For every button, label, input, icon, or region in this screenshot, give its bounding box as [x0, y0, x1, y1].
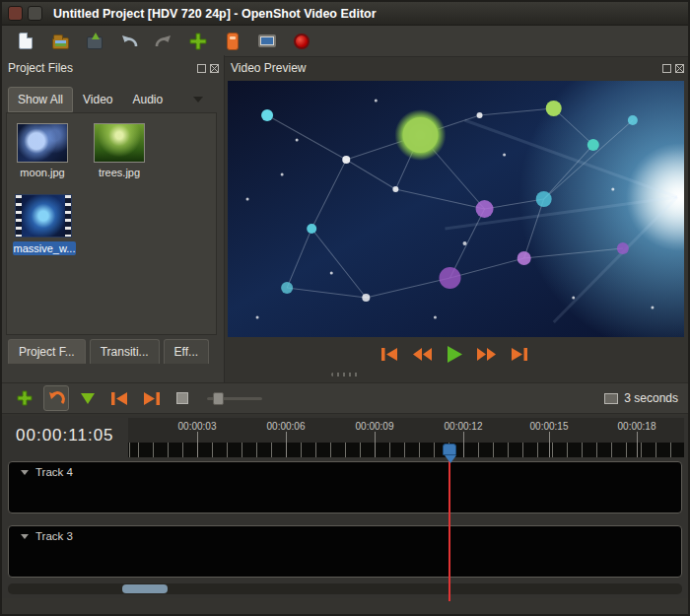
current-time-display: 00:00:11:05 [16, 426, 114, 445]
ruler-tick-label: 00:00:18 [618, 421, 656, 432]
redo-icon [154, 33, 173, 50]
rewind-button[interactable] [412, 347, 433, 362]
track-row[interactable]: Track 3 [8, 525, 682, 578]
jump-to-start-icon [380, 347, 399, 362]
major-tick [375, 432, 376, 457]
previous-marker-icon [110, 391, 129, 406]
copy-button[interactable] [170, 385, 195, 411]
ruler-tick-label: 00:00:03 [178, 421, 217, 432]
ruler-tick-label: 00:00:06 [267, 421, 306, 432]
project-files-header: Project Files [8, 57, 219, 79]
window-title: Untitled Project [HDV 720 24p] - OpenSho… [53, 7, 377, 21]
detach-panel-icon[interactable] [197, 64, 206, 73]
ruler-tick-label: 00:00:12 [445, 421, 483, 432]
file-filter-tabs: Show All Video Audio [8, 87, 172, 112]
timeline-ruler[interactable]: 00:00:03 00:00:06 00:00:09 00:00:12 00:0… [128, 418, 684, 457]
tab-video[interactable]: Video [73, 87, 122, 112]
snapping-icon [47, 390, 65, 406]
play-button[interactable] [446, 345, 463, 364]
file-thumbnail-massive[interactable] [15, 194, 72, 238]
zoom-scale-label: 3 seconds [624, 391, 678, 405]
tab-project-files[interactable]: Project F... [8, 339, 86, 364]
file-name-selected[interactable]: massive_w... [13, 241, 76, 255]
fullscreen-icon [258, 34, 276, 47]
track-name: Track 4 [35, 466, 73, 478]
playback-controls [225, 342, 684, 366]
timeline-scrollbar-thumb[interactable] [122, 584, 168, 593]
filter-dropdown-icon[interactable] [193, 97, 203, 103]
jump-to-end-icon [510, 347, 528, 362]
timeline-scrollbar[interactable] [8, 583, 682, 594]
next-marker-icon [142, 391, 161, 406]
redo-button[interactable] [152, 30, 175, 53]
rewind-icon [412, 347, 433, 362]
jump-to-end-button[interactable] [510, 347, 528, 362]
close-panel-icon[interactable] [210, 64, 219, 73]
ruler-tick-label: 00:00:15 [530, 421, 569, 432]
fast-forward-icon [476, 347, 497, 362]
major-tick [197, 432, 198, 457]
detach-panel-icon[interactable] [662, 64, 671, 73]
tab-show-all[interactable]: Show All [8, 87, 73, 112]
new-project-button[interactable] [14, 30, 37, 53]
playhead-handle[interactable] [443, 444, 456, 455]
tab-effects[interactable]: Eff... [164, 339, 209, 364]
new-project-icon [19, 33, 33, 49]
openshot-window: Untitled Project [HDV 720 24p] - OpenSho… [0, 0, 690, 616]
import-files-icon [188, 32, 208, 51]
zoom-slider[interactable] [207, 397, 262, 400]
jump-to-start-button[interactable] [380, 347, 399, 362]
main-toolbar [2, 26, 688, 57]
previous-marker-button[interactable] [106, 385, 132, 411]
undo-button[interactable] [117, 30, 141, 53]
open-project-button[interactable] [48, 30, 72, 53]
add-track-button[interactable] [12, 385, 37, 411]
fast-forward-button[interactable] [476, 347, 497, 362]
ruler-tick-label: 00:00:09 [356, 421, 394, 432]
add-marker-icon [81, 393, 95, 404]
choose-profile-button[interactable] [221, 30, 244, 53]
project-files-title: Project Files [8, 61, 73, 75]
track-name: Track 3 [35, 530, 73, 542]
major-tick [463, 432, 464, 457]
major-tick [286, 432, 287, 457]
play-icon [446, 345, 463, 364]
titlebar: Untitled Project [HDV 720 24p] - OpenSho… [2, 2, 688, 26]
file-thumbnail-moon[interactable] [17, 123, 68, 163]
add-marker-button[interactable] [75, 385, 101, 411]
track-collapse-icon[interactable] [21, 534, 29, 539]
save-project-button[interactable] [83, 30, 106, 53]
file-list: moon.jpg trees.jpg massive_w... [6, 112, 217, 335]
track-collapse-icon[interactable] [21, 470, 29, 475]
track-row[interactable]: Track 4 [8, 461, 682, 513]
fullscreen-button[interactable] [255, 30, 279, 53]
window-close-button[interactable] [8, 6, 23, 21]
window-minimize-button[interactable] [28, 6, 42, 21]
file-name[interactable]: moon.jpg [7, 167, 78, 178]
timeline-toolbar: 3 seconds [2, 382, 688, 414]
close-panel-icon[interactable] [675, 64, 684, 73]
zoom-slider-handle[interactable] [213, 392, 224, 405]
video-preview-title: Video Preview [231, 61, 307, 75]
zoom-scale-icon [604, 393, 618, 404]
tab-transitions[interactable]: Transiti... [90, 339, 160, 364]
major-tick [637, 432, 638, 457]
video-preview-header: Video Preview [231, 57, 684, 79]
major-tick [549, 432, 550, 457]
file-thumbnail-trees[interactable] [94, 123, 145, 163]
export-video-button[interactable] [290, 30, 313, 53]
next-marker-button[interactable] [138, 385, 164, 411]
snapping-toggle-button[interactable] [43, 385, 69, 411]
tab-audio[interactable]: Audio [123, 87, 173, 112]
panel-splitter-handle[interactable] [331, 373, 359, 376]
playhead-line [448, 455, 450, 601]
file-name[interactable]: trees.jpg [84, 167, 155, 178]
copy-icon [176, 392, 188, 404]
ruler-ticks [128, 443, 684, 457]
open-project-icon [52, 37, 69, 49]
add-track-icon [16, 389, 34, 407]
choose-profile-icon [227, 33, 239, 50]
import-files-button[interactable] [186, 30, 210, 53]
export-video-icon [294, 34, 310, 49]
timeline: 00:00:11:05 00:00:03 00:00:06 00:00:09 0… [2, 416, 688, 598]
